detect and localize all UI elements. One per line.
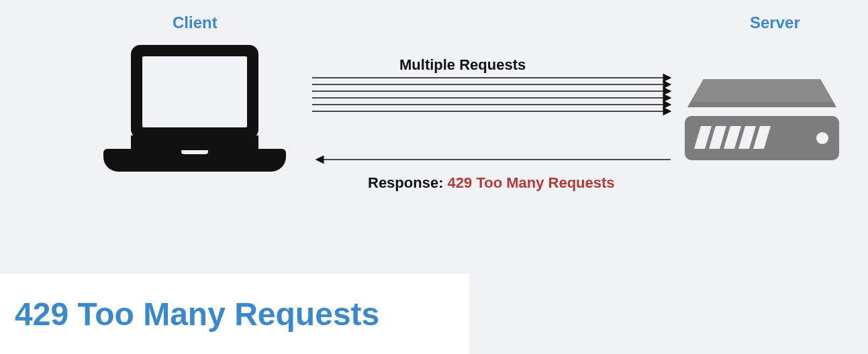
svg-rect-3 xyxy=(131,135,258,150)
page-title: 429 Too Many Requests xyxy=(15,296,379,333)
requests-label: Multiple Requests xyxy=(399,56,526,74)
response-error-text: 429 Too Many Requests xyxy=(448,174,615,191)
server-label: Server xyxy=(750,13,800,32)
response-prefix: Response: xyxy=(368,174,448,191)
arrows-diagram xyxy=(312,74,675,168)
svg-marker-5 xyxy=(691,79,832,102)
title-bar: 429 Too Many Requests xyxy=(0,274,470,354)
svg-point-12 xyxy=(816,132,828,144)
client-label: Client xyxy=(173,13,218,32)
laptop-icon xyxy=(101,42,289,182)
request-arrows xyxy=(312,78,671,111)
svg-rect-2 xyxy=(142,56,247,127)
response-label: Response: 429 Too Many Requests xyxy=(368,174,615,192)
server-icon xyxy=(685,79,839,166)
